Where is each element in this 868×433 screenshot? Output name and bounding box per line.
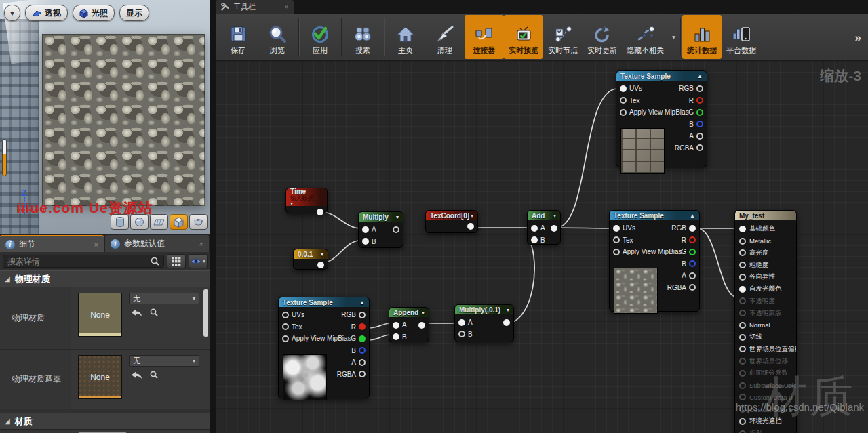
toolbar-button-broom[interactable]: 清理 xyxy=(425,15,465,59)
pin-RGBA[interactable] xyxy=(359,371,366,377)
pin-A[interactable] xyxy=(458,319,465,326)
pin-UVs[interactable] xyxy=(620,85,627,92)
node-time[interactable]: Time输入数据▾ xyxy=(285,188,328,213)
pin-高光度[interactable] xyxy=(739,249,746,256)
use-selected-arrow-icon[interactable] xyxy=(132,309,142,316)
pin-R[interactable] xyxy=(696,97,703,104)
use-selected-arrow-icon[interactable] xyxy=(132,371,142,379)
pin-A[interactable] xyxy=(689,272,696,279)
pin-不透明度[interactable] xyxy=(739,297,746,304)
show-button[interactable]: 显示 xyxy=(119,5,149,21)
pin-R[interactable] xyxy=(689,236,696,243)
toolbar-button-refresh[interactable]: 实时更新 xyxy=(583,15,622,59)
visibility-filter-button[interactable]: ▾ xyxy=(189,254,208,268)
caret-down-icon[interactable]: ▾ xyxy=(422,310,425,316)
toolbar-button-live-preview[interactable]: 实时预览 xyxy=(504,15,543,59)
pin-UVs[interactable] xyxy=(282,312,289,318)
pin-A[interactable] xyxy=(359,359,366,366)
node-multiply[interactable]: Multiply▾AB xyxy=(358,211,403,248)
toolbar-button-apply-check[interactable]: 应用 xyxy=(300,15,340,59)
pin-A[interactable] xyxy=(362,226,369,233)
pin-世界场景位移[interactable] xyxy=(739,358,746,365)
pin-不透明蒙版[interactable] xyxy=(739,310,746,316)
wire-texture-sample-mid.RGB-to-my-test.自发光颜色[interactable] xyxy=(698,228,736,297)
material-graph-canvas[interactable]: Texture Sample▲RGBRGBARGBAUVsTexApply Vi… xyxy=(216,61,868,433)
physical-material-dropdown[interactable]: 无 ▾ xyxy=(129,293,199,304)
search-details-input[interactable] xyxy=(7,257,151,266)
toolbar-button-connector[interactable]: 连接器 xyxy=(465,15,504,59)
shape-plane-button[interactable] xyxy=(150,214,168,230)
pin-世界场景位置偏移[interactable] xyxy=(739,346,746,352)
shape-teapot-button[interactable] xyxy=(189,214,208,230)
pin-A[interactable] xyxy=(531,225,538,232)
section-material[interactable]: ◢ 材质 xyxy=(0,413,210,430)
toolbar-button-stats[interactable]: 统计数据 xyxy=(682,15,722,59)
pin-Apply View MipBias[interactable] xyxy=(620,109,627,116)
caret-down-icon[interactable]: ▾ xyxy=(553,213,556,219)
caret-down-icon[interactable]: ▾ xyxy=(396,214,399,220)
node-texture-sample-top[interactable]: Texture Sample▲RGBRGBARGBAUVsTexApply Vi… xyxy=(616,70,707,167)
pin-out[interactable] xyxy=(551,225,557,232)
grid-view-button[interactable] xyxy=(167,254,186,268)
pin-G[interactable] xyxy=(689,249,696,255)
pin-out[interactable] xyxy=(467,223,474,230)
pin-Tex[interactable] xyxy=(282,323,289,330)
node-texcoord-0[interactable]: TexCoord[0]▾ xyxy=(425,210,478,233)
pin-RGB[interactable] xyxy=(696,85,703,92)
pin-out[interactable] xyxy=(418,322,425,329)
panel-splitter[interactable] xyxy=(210,0,216,433)
pin-B[interactable] xyxy=(531,236,538,243)
tab-parameter-defaults[interactable]: i 参数默认值 × xyxy=(105,235,209,252)
wire-add.out-to-texture-sample-top.UVs[interactable] xyxy=(556,89,618,228)
toolbar-button-binoculars[interactable]: 搜索 xyxy=(343,15,382,59)
preview-viewport[interactable]: ▼ 透视 光照 显示 Z iiiue.com Ue资源站 xyxy=(0,0,210,234)
pin-RGBA[interactable] xyxy=(696,144,703,151)
pin-A[interactable] xyxy=(696,133,703,140)
caret-down-icon[interactable]: ▾ xyxy=(507,307,509,313)
pin-UVs[interactable] xyxy=(613,225,620,232)
browse-magnifier-icon[interactable] xyxy=(150,371,158,379)
shape-cube-button[interactable] xyxy=(170,214,188,230)
pin-Subsurface Color[interactable] xyxy=(739,382,746,389)
node-add[interactable]: Add▾AB xyxy=(527,210,561,245)
pin-Apply View MipBias[interactable] xyxy=(282,335,289,342)
close-icon[interactable]: × xyxy=(94,241,98,249)
pin-A[interactable] xyxy=(393,322,399,329)
node-append[interactable]: Append▾AB xyxy=(389,307,429,342)
tab-toolbar[interactable]: 工具栏 × xyxy=(216,0,294,14)
pin-B[interactable] xyxy=(458,331,465,337)
pin-B[interactable] xyxy=(689,260,696,267)
pin-out[interactable] xyxy=(317,209,323,215)
pin-自发光颜色[interactable] xyxy=(739,286,746,293)
pin-Tex[interactable] xyxy=(613,236,620,243)
pin-out[interactable] xyxy=(317,262,324,268)
pin-B[interactable] xyxy=(359,347,366,354)
pin-RGBA[interactable] xyxy=(689,284,696,291)
pin-R[interactable] xyxy=(359,323,366,330)
pin-各向异性[interactable] xyxy=(739,274,746,281)
collapse-icon[interactable]: ▲ xyxy=(697,73,703,79)
lit-mode-button[interactable]: 光照 xyxy=(73,5,115,21)
node-const-0-01[interactable]: 0,0.1▾ xyxy=(293,249,328,270)
pin-基础颜色[interactable] xyxy=(739,226,746,232)
shape-cylinder-button[interactable] xyxy=(111,214,129,230)
pin-Tex[interactable] xyxy=(620,97,627,104)
tab-details[interactable]: i 细节 × xyxy=(0,235,104,252)
pin-曲面细分乘数[interactable] xyxy=(739,370,746,377)
pin-粗糙度[interactable] xyxy=(739,262,746,268)
toolbar-button-platform[interactable]: 平台数据 xyxy=(722,15,761,59)
pin-环境光遮挡[interactable] xyxy=(739,418,746,425)
pin-折射[interactable] xyxy=(739,430,746,433)
toolbar-button-hide-unrelated[interactable]: 隐藏不相关 xyxy=(622,15,669,59)
wire-texture-sample-bottom.R-to-append.A[interactable] xyxy=(369,323,391,328)
caret-down-icon[interactable]: ▾ xyxy=(471,213,473,219)
pin-切线[interactable] xyxy=(739,334,746,341)
close-icon[interactable]: × xyxy=(199,240,203,248)
node-texture-sample-mid[interactable]: Texture Sample▲RGBRGBARGBAUVsTexApply Vi… xyxy=(609,210,700,312)
search-details-box[interactable] xyxy=(3,255,164,268)
node-multiply-0-1[interactable]: Multiply(,0.1)▾AB xyxy=(454,304,514,342)
toolbar-overflow-chevron[interactable]: » xyxy=(855,31,861,45)
details-scrollbar[interactable] xyxy=(203,289,208,337)
perspective-button[interactable]: 透视 xyxy=(25,5,68,21)
physical-material-mask-dropdown[interactable]: 无 ▾ xyxy=(129,355,199,367)
